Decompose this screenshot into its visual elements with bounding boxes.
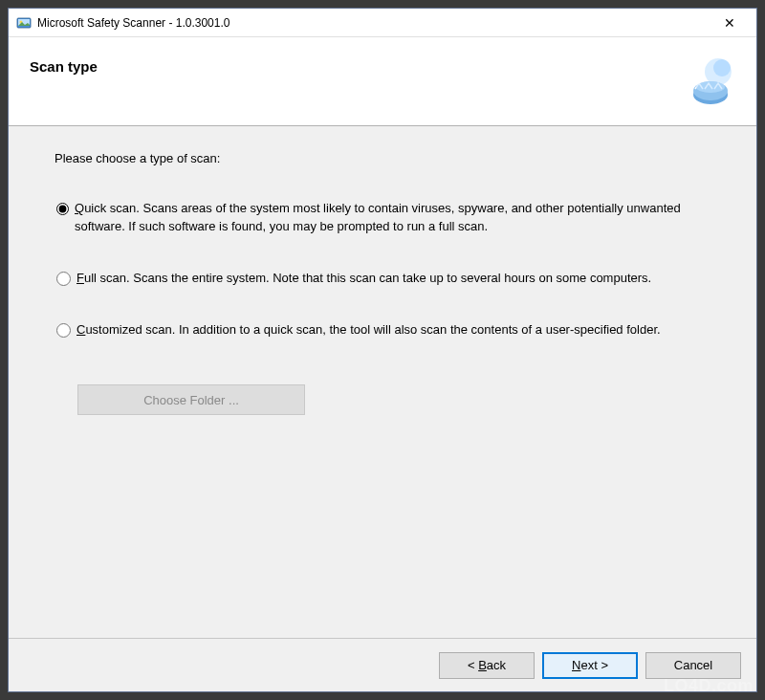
radio-label-quick: Quick scan. Scans areas of the system mo… [75,200,710,236]
scanner-icon [680,55,735,110]
scan-type-radio-group: Quick scan. Scans areas of the system mo… [56,200,710,339]
instruction-text: Please choose a type of scan: [55,151,710,165]
page-title: Scan type [30,58,98,75]
choose-folder-button: Choose Folder ... [77,384,305,415]
radio-option-quick-scan[interactable]: Quick scan. Scans areas of the system mo… [56,200,710,236]
app-icon [16,15,32,31]
close-button[interactable]: ✕ [710,10,749,36]
radio-option-full-scan[interactable]: Full scan. Scans the entire system. Note… [56,270,710,288]
wizard-footer: < Back Next > Cancel [9,638,756,691]
svg-point-4 [713,59,731,77]
next-button[interactable]: Next > [542,652,638,679]
back-button[interactable]: < Back [439,652,535,679]
radio-customized-scan[interactable] [56,323,71,338]
titlebar: Microsoft Safety Scanner - 1.0.3001.0 ✕ [9,9,756,37]
cancel-button[interactable]: Cancel [645,652,741,679]
svg-point-7 [696,81,725,93]
radio-label-customized: Customized scan. In addition to a quick … [76,321,661,339]
wizard-header: Scan type [9,37,756,125]
radio-option-customized-scan[interactable]: Customized scan. In addition to a quick … [56,321,710,339]
wizard-content: Please choose a type of scan: Quick scan… [9,126,756,638]
dialog-window: Microsoft Safety Scanner - 1.0.3001.0 ✕ … [8,8,757,692]
window-title: Microsoft Safety Scanner - 1.0.3001.0 [37,16,710,30]
radio-full-scan[interactable] [56,272,71,286]
radio-label-full: Full scan. Scans the entire system. Note… [76,270,651,288]
radio-quick-scan[interactable] [56,202,69,216]
close-icon: ✕ [724,15,735,31]
